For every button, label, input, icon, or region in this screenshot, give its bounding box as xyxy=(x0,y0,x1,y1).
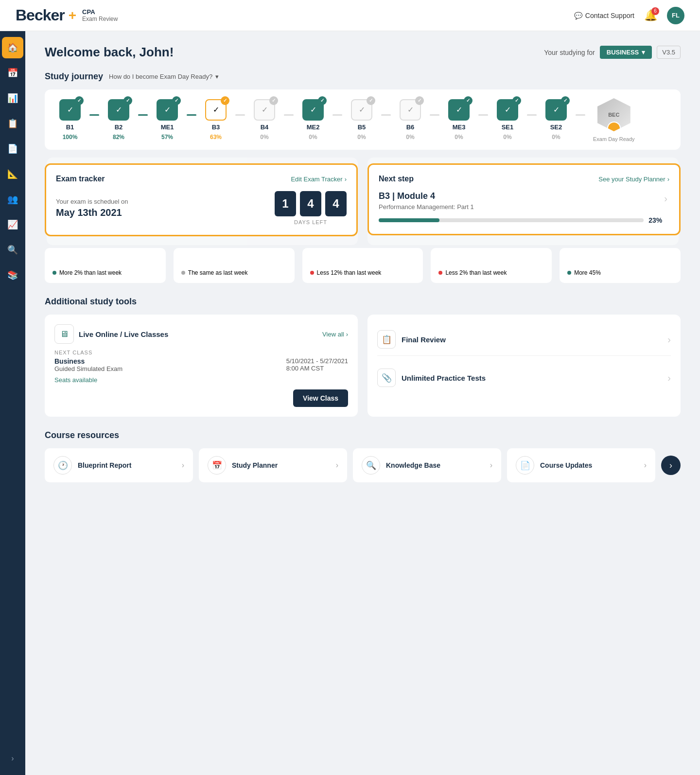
check-badge-b4: ✓ xyxy=(269,96,278,105)
sidebar-item-charts[interactable]: 📊 xyxy=(2,88,23,109)
journey-step-me3[interactable]: ✓✓ ME3 0% xyxy=(443,99,474,141)
progress-bar-bg xyxy=(379,218,644,222)
day-num-3: 4 xyxy=(325,191,347,216)
resource-blueprint[interactable]: 🕐 Blueprint Report › xyxy=(45,448,193,482)
unlimited-practice-left: 📎 Unlimited Practice Tests xyxy=(377,369,486,387)
studying-for: Your studying for BUSINESS ▾ V3.5 xyxy=(544,46,681,59)
journey-step-b5[interactable]: ✓✓ B5 0% xyxy=(346,99,377,141)
dot-red-1 xyxy=(310,271,314,275)
sidebar-item-clipboard[interactable]: 📋 xyxy=(2,113,23,134)
final-review-chevron: › xyxy=(667,334,671,345)
score-card-2: The same as last week xyxy=(174,248,295,283)
contact-support-button[interactable]: 💬 Contact Support xyxy=(574,12,634,19)
journey-step-b2[interactable]: ✓✓ B2 82% xyxy=(103,99,134,141)
journey-step-b3[interactable]: ✓✓ B3 63% xyxy=(200,99,231,141)
avatar[interactable]: FL xyxy=(667,7,684,24)
journey-track: ✓✓ B1 100% ✓✓ B2 82% xyxy=(45,89,681,150)
exam-tracker-card: Exam tracker Edit Exam Tracker › Your ex… xyxy=(45,163,358,236)
view-class-button[interactable]: View Class xyxy=(293,389,348,407)
scores-row: More 2% than last week The same as last … xyxy=(45,248,681,283)
study-planner-icon: 📅 xyxy=(208,456,226,475)
blueprint-label: Blueprint Report xyxy=(78,461,131,469)
logo-area: Becker + CPA Exam Review xyxy=(16,6,118,24)
step-icon-b2: ✓✓ xyxy=(108,99,129,121)
notification-button[interactable]: 🔔 6 xyxy=(644,9,657,22)
live-classes-icon: 🖥 xyxy=(54,324,74,344)
next-class-label: NEXT CLASS xyxy=(54,350,348,355)
next-step-title-row: Next step See your Study Planner › xyxy=(379,175,669,183)
study-planner-link[interactable]: See your Study Planner › xyxy=(598,176,669,183)
right-tools-card: 📋 Final Review › 📎 Unlimited Practice Te… xyxy=(368,315,681,417)
check-badge-b6: ✓ xyxy=(415,96,424,105)
layout: 🏠 📅 📊 📋 📄 📐 👥 📈 🔍 📚 › Welcome back, John… xyxy=(0,31,700,775)
journey-step-me2[interactable]: ✓✓ ME2 0% xyxy=(298,99,329,141)
blueprint-icon: 🕐 xyxy=(53,456,72,475)
score-card-5: More 45% xyxy=(560,248,681,283)
class-row: Business Guided Simulated Exam 5/10/2021… xyxy=(54,357,348,372)
journey-step-b1[interactable]: ✓✓ B1 100% xyxy=(54,99,86,141)
subject-badge[interactable]: BUSINESS ▾ xyxy=(600,46,652,59)
exam-tracker-title-row: Exam tracker Edit Exam Tracker › xyxy=(56,175,347,183)
score-indicator-3: Less 12% than last week xyxy=(310,269,416,276)
day-num-1: 1 xyxy=(275,191,296,216)
sidebar-item-search[interactable]: 🔍 xyxy=(2,239,23,261)
next-step-card: Next step See your Study Planner › B3 | … xyxy=(368,163,681,235)
check-badge-se2: ✓ xyxy=(561,96,570,105)
tools-section-header: Additional study tools xyxy=(45,297,681,307)
days-numbers: 1 4 4 xyxy=(275,191,347,216)
sidebar-item-people[interactable]: 👥 xyxy=(2,189,23,210)
course-updates-label: Course Updates xyxy=(540,461,592,469)
blueprint-arrow: › xyxy=(182,461,184,470)
header: Becker + CPA Exam Review 💬 Contact Suppo… xyxy=(0,0,700,31)
arrow-right-icon-3: › xyxy=(346,331,348,338)
tools-section: Additional study tools 🖥 Live Online / L… xyxy=(45,297,681,417)
connector-b2-me1 xyxy=(138,114,148,116)
journey-step-se2[interactable]: ✓✓ SE2 0% xyxy=(541,99,572,141)
final-review-left: 📋 Final Review xyxy=(377,330,446,349)
journey-step-me1[interactable]: ✓✓ ME1 57% xyxy=(152,99,183,141)
sidebar-item-barchart[interactable]: 📈 xyxy=(2,214,23,235)
resource-knowledge-base[interactable]: 🔍 Knowledge Base › xyxy=(353,448,501,482)
resource-study-planner[interactable]: 📅 Study Planner › xyxy=(199,448,347,482)
unlimited-practice-row[interactable]: 📎 Unlimited Practice Tests › xyxy=(377,362,671,394)
hex-shape: BEC xyxy=(597,98,630,131)
journey-step-b6[interactable]: ✓✓ B6 0% xyxy=(395,99,426,141)
edit-exam-tracker-link[interactable]: Edit Exam Tracker › xyxy=(291,176,347,183)
step-icon-b4: ✓✓ xyxy=(254,99,275,121)
connector-b4-me2 xyxy=(284,114,294,116)
module-info: B3 | Module 4 Performance Management: Pa… xyxy=(379,191,662,224)
sidebar-item-home[interactable]: 🏠 xyxy=(2,37,23,58)
view-all-link[interactable]: View all › xyxy=(322,331,348,338)
resource-course-updates[interactable]: 📄 Course Updates › xyxy=(507,448,655,482)
class-info: Business Guided Simulated Exam xyxy=(54,357,122,372)
connector-me3-se1 xyxy=(478,114,488,116)
studying-for-label: Your studying for xyxy=(544,49,595,56)
journey-step-se1[interactable]: ✓✓ SE1 0% xyxy=(492,99,523,141)
score-indicator-2: The same as last week xyxy=(181,269,287,276)
resources-next-button[interactable]: › xyxy=(661,456,681,475)
sidebar-item-book[interactable]: 📚 xyxy=(2,264,23,286)
journey-step-b4[interactable]: ✓✓ B4 0% xyxy=(249,99,280,141)
chat-icon: 💬 xyxy=(574,12,582,19)
sidebar-item-document[interactable]: 📄 xyxy=(2,138,23,159)
sidebar-item-calendar[interactable]: 📅 xyxy=(2,62,23,84)
notification-badge: 6 xyxy=(651,7,659,15)
next-step-col: Next step See your Study Planner › B3 | … xyxy=(368,163,681,236)
study-journey-header: Study journey How do I become Exam Day R… xyxy=(45,71,681,82)
final-review-row[interactable]: 📋 Final Review › xyxy=(377,323,671,356)
sidebar-item-ruler[interactable]: 📐 xyxy=(2,163,23,185)
resources-grid: 🕐 Blueprint Report › 📅 Study Planner › 🔍… xyxy=(45,448,681,482)
days-left: 1 4 4 DAYS LEFT xyxy=(275,191,347,225)
exam-date-row: Your exam is scheduel on May 13th 2021 1… xyxy=(56,191,347,225)
module-chevron-right[interactable]: › xyxy=(662,191,669,206)
check-badge-se1: ✓ xyxy=(512,96,521,105)
step-icon-se2: ✓✓ xyxy=(545,99,567,121)
connector-b5-b6 xyxy=(381,114,391,116)
sidebar-expand-button[interactable]: › xyxy=(2,748,23,769)
course-updates-arrow: › xyxy=(644,461,647,470)
knowledge-base-arrow: › xyxy=(490,461,492,470)
connector-b1-b2 xyxy=(89,114,99,116)
progress-pct: 23% xyxy=(648,216,662,224)
welcome-title: Welcome back, John! xyxy=(45,45,174,60)
journey-dropdown[interactable]: How do I become Exam Day Ready? ▾ xyxy=(109,73,219,80)
